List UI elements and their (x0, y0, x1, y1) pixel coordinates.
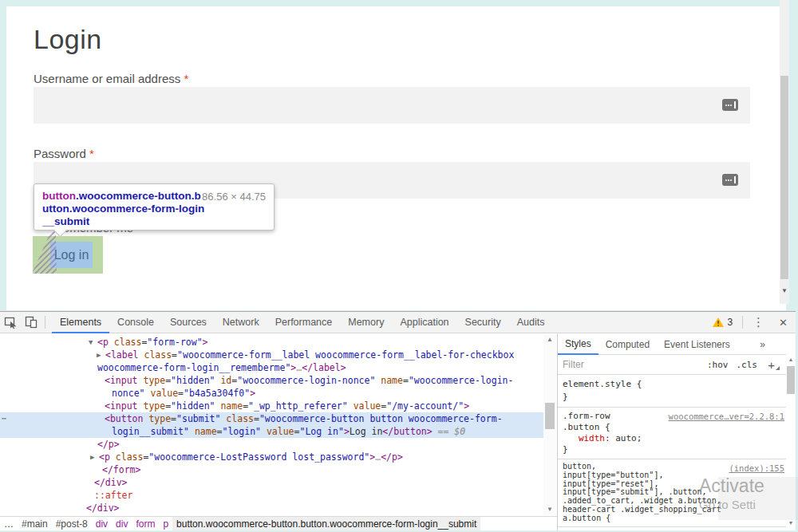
warnings-badge[interactable]: 3 (706, 317, 739, 328)
tree-collapsed-icon[interactable]: ▶ (90, 451, 94, 463)
activation-watermark-line2: Go to Setti (699, 498, 756, 511)
devtools-tab-security[interactable]: Security (457, 312, 509, 333)
dom-tree-line[interactable]: <input type="hidden" id="woocommerce-log… (0, 374, 543, 387)
scroll-up-icon[interactable]: ▲ (543, 334, 556, 345)
browser-page: Login Username or email address * Passwo… (6, 6, 786, 310)
style-rule-line[interactable]: element.style { (563, 378, 783, 391)
page-title: Login (34, 24, 102, 55)
dom-tree-line[interactable]: nonce" value="b4a5a304f0"> (0, 387, 543, 400)
autofill-icon[interactable] (722, 174, 738, 186)
inspect-tooltip: button.woocommerce-button.button.woocomm… (34, 183, 275, 231)
dom-tree: ▼<p class="form-row">▶<label class="wooc… (0, 334, 543, 515)
breadcrumb-div[interactable]: div (92, 517, 112, 531)
devtools-tab-memory[interactable]: Memory (340, 312, 392, 333)
tree-expanded-icon[interactable]: ▼ (89, 336, 93, 349)
devtools-tab-console[interactable]: Console (109, 312, 162, 333)
styles-tab-strip: » StylesComputedEvent Listeners (558, 334, 786, 355)
page-scrollbar[interactable]: ▼ (780, 0, 789, 304)
breadcrumb-selected[interactable]: button.woocommerce-button.button.woocomm… (172, 517, 480, 532)
breadcrumb-form[interactable]: form (132, 517, 159, 531)
style-rule-line[interactable]: .form-row (563, 411, 783, 422)
dom-tree-line[interactable]: ::after (0, 489, 543, 502)
style-rule-line[interactable]: .button { (563, 422, 783, 433)
elements-scrollbar[interactable]: ▲ ▼ (543, 334, 556, 515)
dom-tree-line[interactable]: woocommerce-form-login__rememberme">…</l… (0, 361, 543, 374)
screen: Login Username or email address * Passwo… (0, 0, 798, 532)
warning-icon (713, 317, 724, 327)
devtools-toolbar: ElementsConsoleSourcesNetworkPerformance… (0, 312, 796, 333)
styles-filter-row: :hov.cls + (558, 355, 786, 375)
styles-scrollbar-thumb[interactable] (787, 366, 795, 394)
device-toolbar-icon[interactable] (21, 312, 41, 333)
style-rule-section: element.style {} (558, 375, 786, 408)
scroll-down-icon[interactable]: ▼ (543, 504, 556, 515)
styles-pane-tab-computed[interactable]: Computed (598, 335, 657, 354)
breadcrumb-p[interactable]: p (159, 517, 172, 531)
menu-kebab-icon[interactable]: ⋮ (746, 315, 771, 329)
tooltip-dimensions: 86.56 × 44.75 (202, 191, 266, 203)
style-rule-line[interactable]: width: auto; (563, 433, 783, 444)
dom-tree-line[interactable]: ▼<p class="form-row"> (0, 336, 543, 349)
element-state-toggles: :hov.cls (707, 360, 757, 370)
devtools-tab-strip: ElementsConsoleSourcesNetworkPerformance… (52, 312, 552, 333)
dom-tree-line[interactable]: </div> (0, 502, 543, 514)
breadcrumb-[interactable]: … (0, 517, 18, 531)
devtools-tab-elements[interactable]: Elements (52, 312, 109, 333)
page-scrollbar-thumb[interactable] (780, 76, 788, 279)
dom-tree-line[interactable]: <input type="hidden" name="_wp_http_refe… (0, 400, 543, 412)
styles-pane-tab-styles[interactable]: Styles (558, 334, 598, 355)
close-icon[interactable]: ✕ (771, 317, 796, 329)
new-style-rule-icon[interactable]: + (768, 358, 775, 372)
toggle-hov[interactable]: :hov (707, 360, 729, 370)
required-asterisk: * (89, 147, 94, 160)
toolbar-right: 3 ⋮ ✕ (706, 312, 796, 333)
devtools-panel: ElementsConsoleSourcesNetworkPerformance… (0, 311, 796, 530)
breadcrumb-div[interactable]: div (112, 517, 132, 531)
tooltip-selector: button.woocommerce-button.button.woocomm… (42, 190, 218, 228)
style-rule-line[interactable]: } (563, 391, 783, 404)
autofill-icon[interactable] (722, 99, 738, 111)
devtools-tab-network[interactable]: Network (215, 312, 267, 333)
devtools-tab-sources[interactable]: Sources (162, 312, 215, 333)
password-label: Password * (34, 147, 94, 160)
dom-tree-line[interactable]: login__submit" name="login" value="Log i… (0, 425, 543, 438)
style-rule-section: woocommerce…ver=2.2.8:1.form-row.button … (558, 408, 786, 459)
styles-pane-tab-event-listeners[interactable]: Event Listeners (657, 335, 737, 354)
warning-count: 3 (727, 317, 733, 328)
dom-tree-line[interactable]: </p> (0, 438, 543, 451)
activation-watermark-line1: Activate (699, 475, 764, 497)
scroll-down-icon[interactable]: ▼ (780, 282, 789, 300)
dom-tree-line[interactable]: ⋯<button type="submit" class="woocommerc… (0, 412, 543, 425)
dom-tree-line[interactable]: </form> (0, 463, 543, 476)
toolbar-divider (742, 316, 743, 329)
dom-tree-line[interactable]: ▶<p class="woocommerce-LostPassword lost… (0, 451, 543, 463)
dom-tree-line[interactable]: ▶<label class="woocommerce-form__label w… (0, 349, 543, 361)
more-tabs-icon[interactable]: » (760, 339, 765, 350)
username-input[interactable] (34, 87, 750, 124)
devtools-tab-performance[interactable]: Performance (267, 312, 341, 333)
login-button[interactable]: Log in (50, 242, 93, 268)
toolbar-divider (45, 316, 45, 329)
breadcrumb-#main[interactable]: #main (18, 517, 52, 531)
dom-breadcrumbs: …#main#post-8divdivformpbutton.woocommer… (0, 516, 557, 531)
inspect-element-icon[interactable] (0, 312, 21, 333)
devtools-tab-application[interactable]: Application (392, 312, 456, 333)
style-rule-line[interactable]: } (563, 444, 783, 455)
devtools-tab-audits[interactable]: Audits (509, 312, 553, 333)
styles-filter-input[interactable] (563, 359, 666, 370)
required-asterisk: * (184, 72, 188, 85)
tree-collapsed-icon[interactable]: ▶ (97, 349, 101, 361)
dom-tree-line[interactable]: </div> (0, 476, 543, 489)
elements-scrollbar-thumb[interactable] (545, 403, 555, 429)
line-gutter-dots-icon: ⋯ (2, 412, 7, 425)
username-label: Username or email address * (34, 72, 188, 85)
breadcrumb-#post-8[interactable]: #post-8 (52, 517, 92, 531)
scroll-up-icon[interactable]: ▲ (786, 355, 796, 365)
toggle-cls[interactable]: .cls (737, 360, 758, 370)
